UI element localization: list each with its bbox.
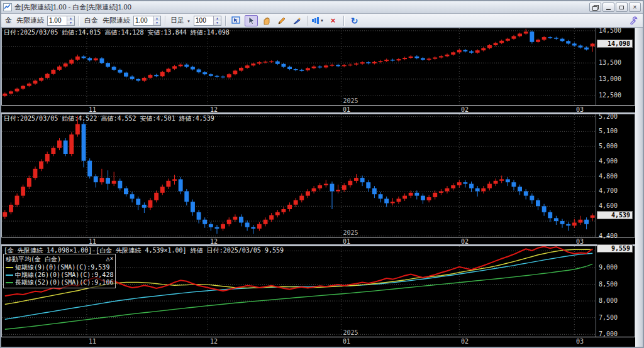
- spread-time-axis: 1112010203: [1, 337, 635, 347]
- gold-price-axis: 14,50013,50013,00012,50014,098: [596, 28, 635, 105]
- gold-multiplier-spinner[interactable]: ▲▼: [47, 16, 75, 26]
- minimize-icon: [606, 9, 611, 10]
- price-tick-label: 4,800: [599, 173, 618, 180]
- month-tick-label: 03: [576, 238, 584, 245]
- spin-up-icon[interactable]: ▲: [214, 16, 221, 21]
- gold-label: 金: [4, 16, 13, 25]
- price-tick-label: 4,600: [599, 202, 618, 209]
- maximize-button[interactable]: [616, 3, 628, 12]
- spin-down-icon[interactable]: ▼: [67, 21, 74, 25]
- legend-collapse-close-buttons[interactable]: △×: [106, 255, 113, 264]
- hand-pan-button[interactable]: [260, 15, 273, 26]
- svg-text:2025: 2025: [343, 329, 358, 336]
- price-tick-label: 13,000: [599, 75, 621, 82]
- settings-button[interactable]: [627, 15, 640, 26]
- spin-up-icon[interactable]: ▲: [153, 16, 160, 21]
- current-price-tag: 14,098: [597, 40, 633, 48]
- toolbar-separator: [307, 16, 308, 26]
- toolbar-separator: [165, 16, 165, 26]
- bars-count-spinner[interactable]: ▲▼: [194, 16, 221, 26]
- month-tick-label: 01: [343, 106, 350, 113]
- minimize-button[interactable]: [602, 3, 614, 12]
- price-tick-label: 8,500: [599, 281, 618, 288]
- month-tick-label: 02: [461, 238, 469, 245]
- month-tick-label: 03: [576, 106, 584, 113]
- chart-cursor-button[interactable]: [230, 15, 243, 26]
- gold-info-line: 日付:2025/03/05 始値:14,015 高値:14,128 安値:13,…: [4, 28, 230, 37]
- legend-item-short: 短期線(9)(0)(SMA)(C):9,539: [6, 264, 113, 271]
- price-tick-label: 4,400: [599, 232, 618, 239]
- chevron-down-icon: ▼: [320, 19, 324, 23]
- gold-candlestick-chart[interactable]: 2025: [2, 28, 596, 105]
- spin-down-icon[interactable]: ▼: [153, 21, 160, 25]
- bars-count-input[interactable]: [194, 16, 213, 25]
- price-tick-label: 8,000: [599, 297, 618, 304]
- candles-layer: [3, 116, 594, 234]
- pencil-draw-button[interactable]: [275, 15, 288, 26]
- toolbar-separator: [343, 16, 344, 26]
- chart-region: 2025 日付:2025/03/05 始値:14,015 高値:14,128 安…: [1, 28, 643, 347]
- gold-time-axis: 1112010203: [1, 106, 635, 114]
- price-tick-label: 4,900: [599, 158, 618, 165]
- ma-legend: 移動平均(金 白金) △× 短期線(9)(0)(SMA)(C):9,539 中期…: [3, 254, 116, 288]
- legend-item-mid: 中期線(26)(0)(SMA)(C):9,428: [6, 271, 113, 279]
- short-ma-swatch: [6, 267, 13, 268]
- window-right-border: [635, 28, 643, 347]
- pen-tool-icon: [292, 16, 301, 25]
- gold-multiplier-input[interactable]: [48, 16, 67, 25]
- window-title: 金[先限連続]1.00 - 白金[先限連続]1.00: [14, 3, 588, 12]
- gold-plot: 2025 日付:2025/03/05 始値:14,015 高値:14,128 安…: [2, 28, 596, 105]
- new-window-button[interactable]: [589, 3, 601, 12]
- period-select[interactable]: 日足 ▼: [169, 16, 192, 25]
- delete-drawing-button[interactable]: ×: [326, 15, 340, 26]
- toolbar-separator: [79, 16, 79, 26]
- spin-down-icon[interactable]: ▼: [214, 21, 221, 25]
- month-tick-label: 01: [343, 238, 350, 245]
- pointer-icon: [247, 16, 255, 25]
- price-tick-label: 5,100: [599, 128, 618, 134]
- spread-panel: 2025 [金 先限連続 14,098×1.00]-[白金 先限連続 4,539…: [1, 246, 635, 347]
- month-tick-label: 12: [210, 238, 218, 245]
- long-ma-swatch: [6, 282, 13, 283]
- month-tick-label: 11: [89, 338, 96, 345]
- hand-pan-icon: [262, 16, 271, 25]
- pen-tool-button[interactable]: [290, 15, 303, 26]
- chart-type-button[interactable]: ▼: [311, 15, 325, 26]
- delete-drawing-icon: ×: [331, 16, 336, 25]
- month-tick-label: 02: [461, 338, 469, 345]
- short-ma-label: 短期線(9)(0)(SMA)(C):9,539: [15, 264, 109, 271]
- current-price-tag: 9,559: [597, 244, 633, 253]
- toolbar-separator: [225, 16, 226, 26]
- refresh-button[interactable]: ↻: [348, 15, 361, 26]
- platinum-multiplier-spinner[interactable]: ▲▼: [133, 16, 161, 26]
- price-tick-label: 13,500: [599, 59, 621, 66]
- spin-up-icon[interactable]: ▲: [67, 16, 74, 21]
- month-tick-label: 01: [343, 338, 350, 345]
- pointer-tool-button[interactable]: [245, 15, 258, 26]
- mid-ma-swatch: [6, 275, 13, 276]
- title-bar: 金[先限連続]1.00 - 白金[先限連続]1.00 ×: [1, 1, 643, 14]
- svg-text:2025: 2025: [343, 229, 358, 236]
- close-button[interactable]: ×: [629, 3, 641, 12]
- gold-series-label: 先限連続: [15, 16, 45, 25]
- month-tick-label: 12: [210, 338, 218, 345]
- current-price-tag: 4,539: [597, 211, 633, 219]
- svg-text:2025: 2025: [343, 97, 358, 104]
- month-tick-label: 11: [89, 106, 96, 113]
- platinum-label: 白金: [83, 16, 99, 25]
- maximize-icon: [619, 6, 624, 9]
- mid-ma-label: 中期線(26)(0)(SMA)(C):9,428: [15, 271, 113, 279]
- spread-plot: 2025 [金 先限連続 14,098×1.00]-[白金 先限連続 4,539…: [2, 246, 596, 337]
- chart-cursor-icon: [231, 16, 241, 24]
- platinum-candlestick-chart[interactable]: 2025: [2, 114, 596, 237]
- price-tick-label: 12,500: [599, 92, 621, 99]
- pencil-draw-icon: [277, 16, 286, 25]
- month-tick-label: 02: [461, 106, 469, 113]
- platinum-multiplier-input[interactable]: [134, 16, 153, 25]
- price-tick-label: 4,700: [599, 187, 618, 194]
- wrench-settings-icon: [630, 16, 638, 24]
- price-tick-label: 9,000: [599, 264, 618, 271]
- long-ma-label: 長期線(52)(0)(SMA)(C):9,106: [15, 279, 113, 286]
- app-chart-icon: [3, 3, 12, 11]
- chevron-down-icon: ▼: [187, 19, 191, 23]
